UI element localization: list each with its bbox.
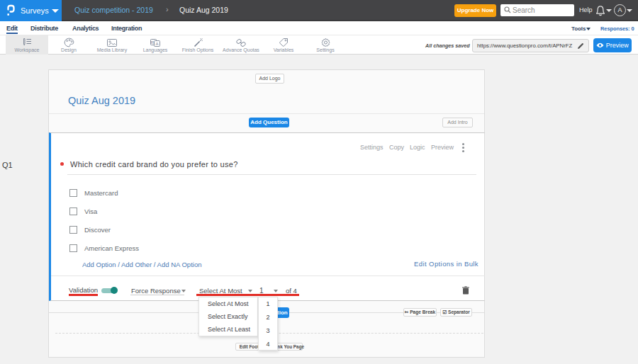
svg-text:A: A xyxy=(155,42,158,46)
svg-text:R: R xyxy=(151,40,155,45)
